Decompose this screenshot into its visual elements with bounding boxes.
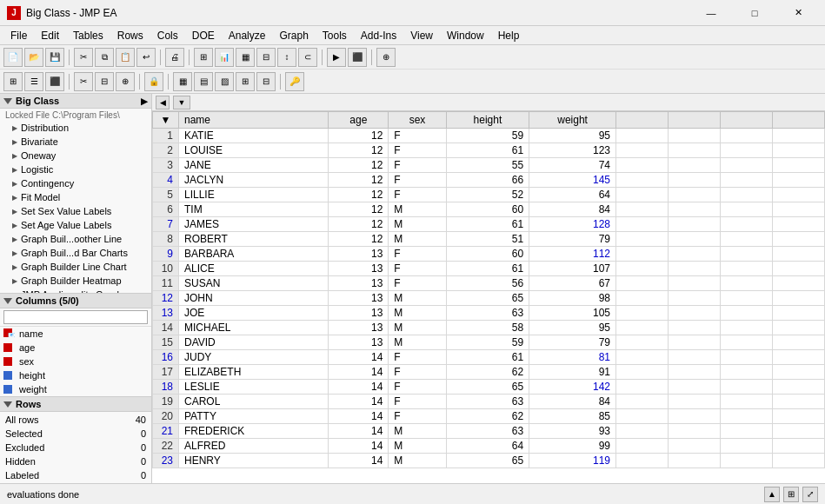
menu-file[interactable]: File: [3, 26, 34, 44]
nav-distribution[interactable]: ▶ Distribution: [0, 121, 151, 135]
nav-graph-line-chart[interactable]: ▶ Graph Builder Line Chart: [0, 260, 151, 274]
tb2-btn4[interactable]: ✂: [74, 72, 93, 91]
status-expand-btn[interactable]: ⤢: [802, 487, 818, 502]
data-nav-dropdown[interactable]: ▼: [173, 96, 190, 109]
tb-open-btn[interactable]: 📂: [24, 48, 43, 67]
row-empty: [721, 247, 773, 262]
tb2-btn10[interactable]: ▨: [215, 72, 234, 91]
col-age-item[interactable]: age: [0, 341, 151, 355]
nav-set-age[interactable]: ▶ Set Age Value Labels: [0, 218, 151, 232]
tb-cut-btn[interactable]: ✂: [74, 48, 93, 67]
tb2-btn7[interactable]: 🔒: [144, 72, 163, 91]
tb-sep-1: [69, 50, 70, 65]
tb-bar-btn[interactable]: ▦: [236, 48, 255, 67]
tb2-btn8[interactable]: ▦: [173, 72, 192, 91]
row-empty: [721, 291, 773, 306]
col-height-item[interactable]: height: [0, 368, 151, 382]
tb-grid-btn[interactable]: ⊞: [194, 48, 213, 67]
menu-edit[interactable]: Edit: [34, 26, 66, 44]
tb2-btn6[interactable]: ⊕: [116, 72, 135, 91]
dataset-section-header[interactable]: Big Class ▶: [0, 94, 151, 109]
nav-contingency[interactable]: ▶ Contingency: [0, 176, 151, 190]
nav-bivariate[interactable]: ▶ Bivariate: [0, 135, 151, 149]
nav-graph-bar[interactable]: ▶ Graph Buil...d Bar Charts: [0, 246, 151, 260]
row-weight: 64: [529, 188, 616, 202]
nav-graph-heatmap[interactable]: ▶ Graph Builder Heatmap: [0, 274, 151, 288]
status-grid-btn[interactable]: ⊞: [783, 487, 799, 502]
rows-header[interactable]: Rows: [0, 397, 151, 412]
row-empty: [669, 335, 721, 350]
tb-copy-btn[interactable]: ⧉: [95, 48, 114, 67]
close-button[interactable]: ✕: [778, 4, 818, 22]
tb2-btn5[interactable]: ⊟: [95, 72, 114, 91]
tb2-btn1[interactable]: ⊞: [3, 72, 23, 91]
menu-doe[interactable]: DOE: [185, 26, 222, 44]
tb-chart-btn[interactable]: 📊: [215, 48, 234, 67]
row-name: DAVID: [179, 335, 329, 350]
tb-extra-btn[interactable]: ⊕: [376, 48, 396, 67]
row-sex: M: [389, 321, 446, 335]
tb2-btn3[interactable]: ⬛: [45, 72, 64, 91]
th-sex[interactable]: sex: [389, 112, 446, 129]
th-height[interactable]: height: [446, 112, 529, 129]
tb-filter-btn[interactable]: ⊟: [256, 48, 276, 67]
dataset-expand-icon[interactable]: ▶: [141, 96, 148, 106]
tb2-btn2[interactable]: ☰: [24, 72, 43, 91]
data-nav-left[interactable]: ◀: [156, 96, 170, 109]
nav-graph-line1[interactable]: ▶ Graph Buil...oother Line: [0, 232, 151, 246]
nav-set-sex[interactable]: ▶ Set Sex Value Labels: [0, 204, 151, 218]
data-panel[interactable]: ◀ ▼ ▼ name age: [152, 94, 825, 483]
col-sex-item[interactable]: sex: [0, 355, 151, 368]
menu-help[interactable]: Help: [491, 26, 527, 44]
tb-paste-btn[interactable]: 📋: [116, 48, 135, 67]
table-row: 7JAMES12M61128: [153, 217, 825, 232]
tb-print-btn[interactable]: 🖨: [165, 48, 184, 67]
tb2-btn9[interactable]: ▤: [194, 72, 213, 91]
tb-run-btn[interactable]: ▶: [327, 48, 346, 67]
tb-save-btn[interactable]: 💾: [45, 48, 64, 67]
row-name: TIM: [179, 202, 329, 217]
menu-addins[interactable]: Add-Ins: [354, 26, 403, 44]
tb-undo-btn[interactable]: ↩: [136, 48, 156, 67]
th-row-indicator[interactable]: ▼: [153, 112, 179, 129]
menu-window[interactable]: Window: [440, 26, 491, 44]
th-name[interactable]: name: [179, 112, 329, 129]
menu-analyze[interactable]: Analyze: [222, 26, 273, 44]
th-weight[interactable]: weight: [529, 112, 616, 129]
status-up-btn[interactable]: ▲: [764, 487, 780, 502]
tb2-btn11[interactable]: ⊞: [236, 72, 255, 91]
columns-search-input[interactable]: [3, 310, 148, 324]
minimize-button[interactable]: —: [691, 4, 731, 22]
tb2-btn13[interactable]: 🔑: [285, 72, 304, 91]
nav-arrow-7: ▶: [12, 222, 17, 229]
tb2-btn12[interactable]: ⊟: [256, 72, 276, 91]
row-age: 14: [329, 409, 389, 424]
nav-oneway[interactable]: ▶ Oneway: [0, 149, 151, 162]
col-name-item[interactable]: 📧 name: [0, 327, 151, 341]
col-weight-item[interactable]: weight: [0, 382, 151, 396]
th-age-label: age: [349, 114, 367, 126]
nav-label-contingency: Contingency: [21, 178, 74, 189]
maximize-button[interactable]: □: [735, 4, 775, 22]
tb-debug-btn[interactable]: ⬛: [348, 48, 367, 67]
row-empty: [773, 409, 825, 424]
nav-logistic[interactable]: ▶ Logistic: [0, 162, 151, 176]
tb-new-btn[interactable]: 📄: [3, 48, 23, 67]
nav-fitmodel[interactable]: ▶ Fit Model: [0, 190, 151, 204]
menu-rows[interactable]: Rows: [110, 26, 150, 44]
row-empty: [669, 202, 721, 217]
tb-sort-btn[interactable]: ↕: [277, 48, 296, 67]
columns-header[interactable]: Columns (5/0): [0, 294, 151, 308]
row-sex: M: [389, 291, 446, 306]
row-empty: [721, 276, 773, 291]
menu-tools[interactable]: Tools: [316, 26, 354, 44]
menu-graph[interactable]: Graph: [272, 26, 315, 44]
th-age[interactable]: age: [329, 112, 389, 129]
rows-selected-label: Selected: [2, 428, 108, 440]
menu-cols[interactable]: Cols: [150, 26, 185, 44]
menu-tables[interactable]: Tables: [66, 26, 110, 44]
tb-subset-btn[interactable]: ⊂: [298, 48, 317, 67]
menu-view[interactable]: View: [403, 26, 440, 44]
row-empty: [616, 276, 669, 291]
row-height: 52: [446, 188, 529, 202]
